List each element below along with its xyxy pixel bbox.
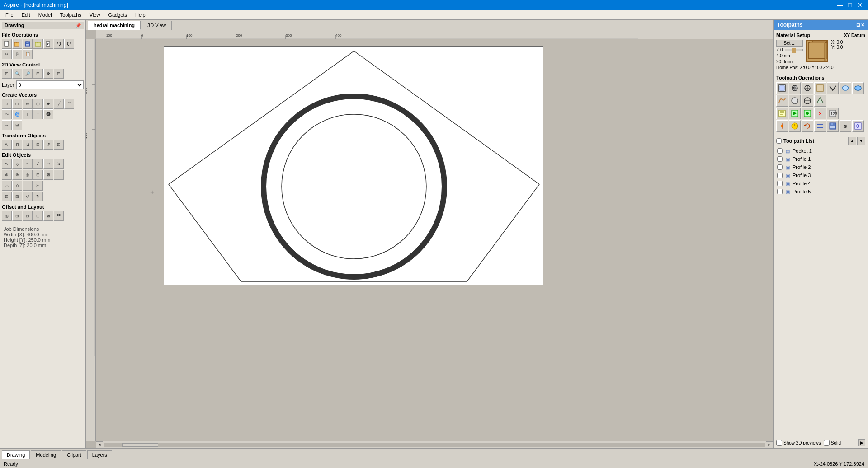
- ungroup-tool[interactable]: ⊔: [23, 140, 33, 150]
- weld-tool[interactable]: ⊞: [33, 170, 43, 180]
- menu-gadgets[interactable]: Gadgets: [104, 11, 131, 19]
- merge-btn[interactable]: ⊕: [840, 120, 851, 132]
- circle-tool[interactable]: ○: [2, 99, 12, 109]
- text-on-path-tool[interactable]: T: [33, 109, 43, 119]
- arc-edit-tool[interactable]: ⌓: [2, 181, 12, 191]
- menu-model[interactable]: Model: [35, 11, 56, 19]
- bottom-tab-clipart[interactable]: Clipart: [62, 450, 86, 459]
- moulding-op-btn[interactable]: [776, 95, 788, 107]
- offset-tool[interactable]: ◎: [2, 211, 12, 221]
- layer-select[interactable]: 0: [16, 80, 84, 89]
- offset-edit-tool[interactable]: ◎: [23, 170, 33, 180]
- z-slider-thumb[interactable]: [792, 48, 796, 53]
- finish3d-op-btn[interactable]: [852, 82, 864, 94]
- zoom-extents-button[interactable]: ⊡: [2, 69, 12, 79]
- close-tool[interactable]: ⊗: [12, 170, 22, 180]
- rotate-tool[interactable]: ↺: [43, 140, 53, 150]
- toolpath-checkbox-all[interactable]: Toolpath List: [776, 138, 814, 144]
- drawing-canvas[interactable]: [164, 46, 543, 285]
- profile-op-btn[interactable]: [776, 82, 788, 94]
- polygon-tool[interactable]: ⬡: [33, 99, 43, 109]
- group-tool[interactable]: ⊓: [12, 140, 22, 150]
- toolpath-item-profile4[interactable]: ▣ Profile 4: [776, 179, 865, 187]
- texture-op-btn[interactable]: [814, 82, 826, 94]
- fit-curves-tool[interactable]: 🅐: [43, 109, 53, 119]
- pocket-op-btn[interactable]: [789, 82, 801, 94]
- toolpath-item-profile5[interactable]: ▣ Profile 5: [776, 187, 865, 196]
- rotate270-tool[interactable]: ↻: [33, 192, 43, 201]
- rough3d-op-btn[interactable]: [840, 82, 851, 94]
- move-tool[interactable]: ↖: [2, 140, 12, 150]
- boolean-tool[interactable]: ⊠: [43, 170, 53, 180]
- toolpath-list-checkbox-all[interactable]: [776, 138, 782, 144]
- scale-tool[interactable]: ⊡: [54, 140, 64, 150]
- dimension-tool[interactable]: ↔: [2, 120, 12, 130]
- align-layout-tool[interactable]: ☷: [54, 211, 64, 221]
- set-origin-btn[interactable]: [776, 120, 788, 132]
- new-file-button[interactable]: [2, 39, 12, 49]
- save-file-button[interactable]: [23, 39, 33, 49]
- profile2-checkbox[interactable]: [777, 164, 783, 170]
- restore-button[interactable]: □: [845, 0, 854, 9]
- toolpath-move-up-btn[interactable]: ▲: [848, 137, 856, 145]
- pan-button[interactable]: ✥: [43, 69, 53, 79]
- show-2d-previews-checkbox[interactable]: [776, 440, 782, 446]
- title-bar-controls[interactable]: — □ ✕: [835, 0, 864, 9]
- mirror-h-tool[interactable]: ⊟: [2, 192, 12, 201]
- profile5-checkbox[interactable]: [777, 189, 783, 194]
- scroll-left-button[interactable]: ◄: [96, 441, 103, 449]
- save-toolpath-btn[interactable]: [827, 120, 839, 132]
- zoom-in-button[interactable]: 🔍: [12, 69, 22, 79]
- paste-button[interactable]: 📋: [23, 49, 33, 59]
- menu-toolpaths[interactable]: Toolpaths: [57, 11, 85, 19]
- toolpaths-close-btn[interactable]: ✕: [861, 23, 864, 28]
- toolpaths-resize-controls[interactable]: ⊟ ✕: [856, 23, 864, 28]
- node-edit-tool[interactable]: ◇: [12, 159, 22, 169]
- solid-checkbox[interactable]: [824, 440, 830, 446]
- close-button[interactable]: ✕: [855, 0, 864, 9]
- menu-help[interactable]: Help: [132, 11, 149, 19]
- calculate-tp-btn[interactable]: 123: [827, 108, 839, 119]
- wrapping-op-btn[interactable]: [802, 95, 813, 107]
- h-scrollbar[interactable]: ◄ ►: [96, 441, 773, 448]
- slice-tool[interactable]: ⚔: [54, 159, 64, 169]
- fillet-tool[interactable]: ⌒: [54, 170, 64, 180]
- copy-button[interactable]: ⎘: [12, 49, 22, 59]
- smooth-tool[interactable]: 〜: [23, 159, 33, 169]
- vcarve-op-btn[interactable]: [827, 82, 839, 94]
- menu-edit[interactable]: Edit: [18, 11, 34, 19]
- scissors-tool[interactable]: ✂: [33, 181, 43, 191]
- select-tool[interactable]: ↖: [2, 159, 12, 169]
- z-slider[interactable]: [785, 49, 803, 51]
- menu-file[interactable]: File: [2, 11, 17, 19]
- menu-view[interactable]: View: [86, 11, 104, 19]
- line-tool[interactable]: ╱: [54, 99, 64, 109]
- scroll-right-button[interactable]: ►: [766, 441, 773, 449]
- tab-hedral-machining[interactable]: hedral machining: [88, 21, 141, 30]
- delete-tp-btn[interactable]: ✕: [814, 108, 826, 119]
- preview-btn[interactable]: [789, 120, 801, 132]
- zoom-out-button[interactable]: 🔎: [23, 69, 33, 79]
- tab-3d-view[interactable]: 3D View: [142, 21, 172, 30]
- profile4-checkbox[interactable]: [777, 181, 783, 186]
- toolpaths-resize-btn[interactable]: ⊟: [856, 23, 860, 28]
- expand-panel-btn[interactable]: ▶: [858, 439, 865, 446]
- prism-op-btn[interactable]: [814, 95, 826, 107]
- cut-button[interactable]: ✂: [2, 49, 12, 59]
- step-repeat-tool[interactable]: ⊡: [33, 211, 43, 221]
- star-tool[interactable]: ★: [43, 99, 53, 109]
- text-tool[interactable]: T: [23, 109, 33, 119]
- array-tool[interactable]: ⊞: [12, 211, 22, 221]
- zoom-select-button[interactable]: ⊞: [33, 69, 43, 79]
- join-tool[interactable]: ⊕: [2, 170, 12, 180]
- toolpath-item-pocket1[interactable]: ▤ Pocket 1: [776, 147, 865, 155]
- undo-button[interactable]: [54, 39, 64, 49]
- toolpath-move-down-btn[interactable]: ▼: [857, 137, 865, 145]
- minimize-button[interactable]: —: [835, 0, 844, 9]
- bezier-tool[interactable]: ◇: [12, 181, 22, 191]
- edit-tp-btn[interactable]: [776, 108, 788, 119]
- corner-tool[interactable]: ∠: [33, 159, 43, 169]
- toolpath-list-controls[interactable]: ▲ ▼: [848, 137, 865, 145]
- spline-tool[interactable]: 〜: [2, 109, 12, 119]
- arc-tool[interactable]: ⌒: [64, 99, 74, 109]
